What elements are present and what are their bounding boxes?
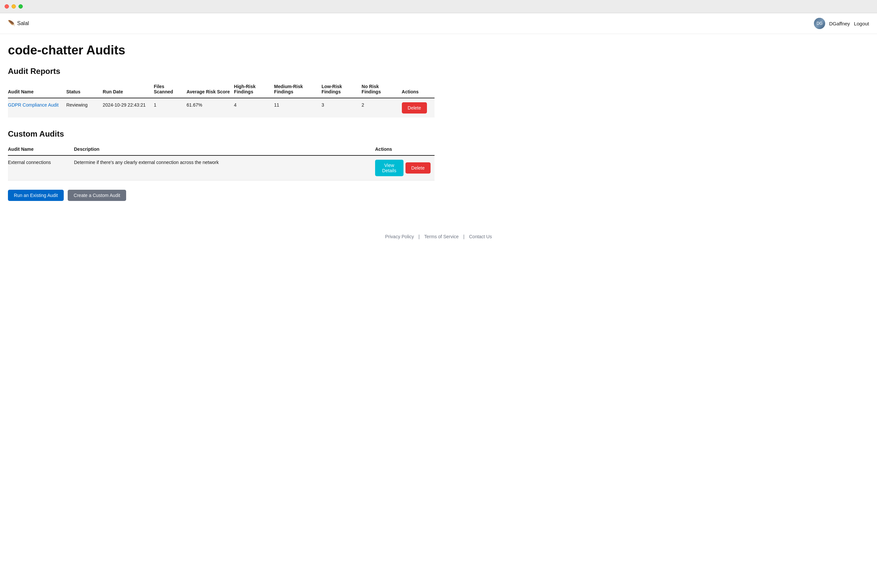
audit-report-row: GDPR Compliance Audit Reviewing 2024-10-… [8,98,435,117]
th-audit-name: Audit Name [8,81,66,98]
th-low-risk: Low-Risk Findings [322,81,361,98]
custom-audit-row: External connections Determine if there'… [8,155,435,180]
page-title: code-chatter Audits [8,43,435,57]
actions-cell: Delete [402,98,435,117]
th-run-date: Run Date [103,81,154,98]
footer-separator: | [462,234,466,239]
header-right: DG DGaffney Logout [814,18,869,29]
logo: 🪶 Salal [8,20,29,27]
footer-link-contact-us[interactable]: Contact Us [469,234,492,239]
custom-audits-section: Custom Audits Audit Name Description Act… [8,129,435,180]
th-no-risk: No Risk Findings [361,81,402,98]
th-avg-risk-score: Average Risk Score [187,81,234,98]
high-risk-cell: 4 [234,98,274,117]
main-content: code-chatter Audits Audit Reports Audit … [0,34,442,227]
avg-risk-score-cell: 61.67% [187,98,234,117]
audit-reports-tbody: GDPR Compliance Audit Reviewing 2024-10-… [8,98,435,117]
minimize-button[interactable] [12,4,16,9]
audit-reports-thead: Audit Name Status Run Date Files Scanned… [8,81,435,98]
run-date-cell: 2024-10-29 22:43:21 [103,98,154,117]
audit-reports-title: Audit Reports [8,67,435,76]
window-chrome [0,0,877,13]
header: 🪶 Salal DG DGaffney Logout [0,13,877,34]
footer-actions: Run an Existing Audit Create a Custom Au… [8,190,435,201]
maximize-button[interactable] [18,4,23,9]
th-actions: Actions [402,81,435,98]
status-cell: Reviewing [66,98,103,117]
th-custom-description: Description [74,144,375,155]
th-custom-audit-name: Audit Name [8,144,74,155]
footer-link-privacy-policy[interactable]: Privacy Policy [385,234,414,239]
custom-audits-thead: Audit Name Description Actions [8,144,435,155]
avatar: DG [814,18,825,29]
custom-audit-actions-cell: View Details Delete [375,155,435,180]
logo-text: Salal [17,21,29,26]
audit-reports-table-wrapper: Audit Name Status Run Date Files Scanned… [8,81,435,117]
audit-reports-table: Audit Name Status Run Date Files Scanned… [8,81,435,117]
footer-link-terms-of-service[interactable]: Terms of Service [424,234,459,239]
footer: Privacy Policy | Terms of Service | Cont… [0,227,877,249]
audit-reports-header-row: Audit Name Status Run Date Files Scanned… [8,81,435,98]
logo-icon: 🪶 [8,20,15,27]
view-details-button[interactable]: View Details [375,160,403,176]
username-label: DGaffney [829,21,850,26]
custom-audits-table-wrapper: Audit Name Description Actions External … [8,144,435,180]
th-status: Status [66,81,103,98]
avatar-image: DG [814,18,825,29]
audit-name-cell: GDPR Compliance Audit [8,98,66,117]
custom-audits-header-row: Audit Name Description Actions [8,144,435,155]
footer-links: Privacy Policy | Terms of Service | Cont… [385,234,492,239]
delete-custom-audit-button[interactable]: Delete [406,162,430,174]
low-risk-cell: 3 [322,98,361,117]
th-files-scanned: Files Scanned [154,81,187,98]
run-existing-audit-button[interactable]: Run an Existing Audit [8,190,64,201]
footer-separator: | [417,234,421,239]
create-custom-audit-button[interactable]: Create a Custom Audit [68,190,126,201]
th-medium-risk: Medium-Risk Findings [274,81,322,98]
audit-name-link[interactable]: GDPR Compliance Audit [8,102,59,108]
close-button[interactable] [5,4,9,9]
custom-audits-title: Custom Audits [8,129,435,139]
no-risk-cell: 2 [361,98,402,117]
custom-audit-desc-cell: Determine if there's any clearly externa… [74,155,375,180]
custom-audit-name-cell: External connections [8,155,74,180]
action-buttons: View Details Delete [375,160,430,176]
medium-risk-cell: 11 [274,98,322,117]
audit-reports-section: Audit Reports Audit Name Status Run Date… [8,67,435,117]
files-scanned-cell: 1 [154,98,187,117]
custom-audits-table: Audit Name Description Actions External … [8,144,435,180]
logout-button[interactable]: Logout [854,21,869,26]
th-custom-actions: Actions [375,144,435,155]
th-high-risk: High-Risk Findings [234,81,274,98]
delete-audit-button[interactable]: Delete [402,102,427,114]
custom-audits-tbody: External connections Determine if there'… [8,155,435,180]
